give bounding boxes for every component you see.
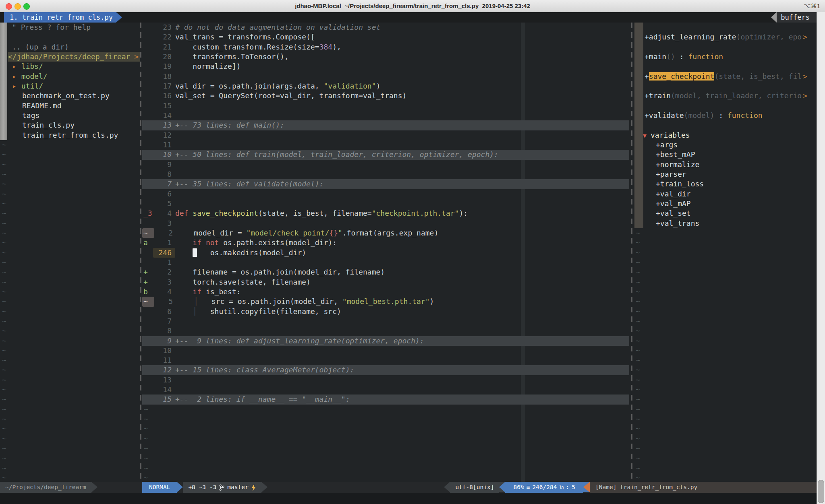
vim-tab-bar: 1. train_retr_from_cls.py buffers: [0, 12, 825, 23]
empty-line-marker: ~: [0, 228, 140, 238]
encoding-indicator: utf-8[unix]: [450, 482, 499, 493]
right-scrollbar-thumb[interactable]: [818, 480, 824, 503]
nerdtree-help-line: " Press ? for help: [0, 23, 140, 32]
empty-line-marker: ~: [142, 453, 632, 463]
empty-line-marker: ~: [142, 444, 632, 453]
code-line: 15: [142, 101, 632, 111]
code-line[interactable]: 246 os.makedirs(model_dir): [142, 248, 632, 258]
empty-line-marker: ~: [633, 365, 817, 375]
powerline-arrow-icon: [499, 482, 505, 492]
empty-line-marker: ~: [0, 453, 140, 463]
line-number: 15: [153, 395, 175, 404]
folded-region[interactable]: 15+-- 2 lines: if __name__ == "__main__"…: [142, 395, 629, 404]
tagbar-variable-val_dir[interactable]: +val_dir: [633, 189, 817, 199]
folded-region[interactable]: 9+-- 9 lines: def adjust_learning_rate(o…: [142, 336, 629, 346]
empty-line-marker: ~: [0, 277, 140, 287]
nerdtree-dir-model[interactable]: ▸model/: [0, 72, 140, 81]
folded-region[interactable]: 7+-- 35 lines: def validate(model):: [142, 179, 629, 189]
position-segment: 86% ≡ 246/284ln : 5: [505, 482, 583, 493]
git-branch-icon: [219, 484, 224, 491]
nerdtree-file-benchmark_on_test-py[interactable]: benchmark_on_test.py: [0, 91, 140, 101]
nerdtree-file-tags[interactable]: tags: [0, 111, 140, 120]
empty-line-marker: ~: [0, 160, 140, 169]
code-line: 11: [142, 140, 632, 150]
gutter-sign: a: [142, 238, 153, 248]
tagbar-statusline: [Name] train_retr_from_cls.py: [590, 482, 817, 493]
nerdtree-root-path[interactable]: </jdhao/Projects/deep_firear>: [8, 52, 140, 62]
tagbar-variable-normalize[interactable]: +normalize: [633, 160, 817, 169]
empty-line-marker: ~: [633, 444, 817, 453]
line-number: 11: [153, 140, 175, 150]
empty-line-marker: ~: [0, 169, 140, 179]
empty-line-marker: ~: [0, 287, 140, 297]
empty-line-marker: ~: [633, 248, 817, 258]
code-line: +3 torch.save(state, filename): [142, 277, 632, 287]
empty-line-marker: ~: [0, 267, 140, 277]
code-line: 16val_set = QuerySet(root=val_dir, trans…: [142, 91, 632, 101]
tagbar-section-variables[interactable]: ▼variables: [633, 130, 817, 140]
line-number: 8: [153, 169, 175, 179]
powerline-arrow-icon: [91, 482, 97, 492]
tagbar-tag-validate[interactable]: +validate(model) : function: [633, 111, 817, 120]
nerdtree-file-train_cls-py[interactable]: train_cls.py: [0, 120, 140, 130]
folded-region[interactable]: 13+-- 73 lines: def main():: [142, 120, 629, 130]
tagbar-tag-adjust_learning_rate[interactable]: +adjust_learning_rate(optimizer, epo>: [633, 32, 817, 42]
lightning-icon: [251, 484, 256, 491]
tab-train-retr-from-cls[interactable]: 1. train_retr_from_cls.py: [4, 12, 116, 23]
truncation-marker: >: [803, 91, 807, 101]
line-number: 3: [153, 277, 175, 287]
line-number: 19: [153, 62, 175, 71]
empty-line-marker: ~: [633, 473, 817, 482]
empty-line-marker: ~: [0, 199, 140, 209]
empty-line-marker: ~: [0, 405, 140, 414]
gutter-sign: +: [142, 277, 153, 287]
nerdtree-file-README-md[interactable]: README.md: [0, 101, 140, 111]
status-bar: ~/Projects/deep_firearm NORMAL +8 ~3 -3 …: [0, 482, 825, 493]
empty-line-marker: ~: [0, 355, 140, 365]
line-number: 14: [153, 111, 175, 120]
gutter-sign: b: [142, 287, 153, 297]
line-number: 6: [153, 307, 175, 316]
buffers-label[interactable]: buffers: [777, 12, 817, 23]
empty-line-marker: ~: [0, 179, 140, 189]
tagbar-variable-val_trans[interactable]: +val_trans: [633, 219, 817, 228]
empty-line-marker: ~: [0, 414, 140, 424]
folded-region[interactable]: 12+-- 15 lines: class AverageMeter(objec…: [142, 365, 629, 375]
line-number: 23: [153, 23, 175, 32]
command-line[interactable]: [0, 493, 825, 504]
tagbar-variable-args[interactable]: +args: [633, 140, 817, 150]
empty-line-marker: ~: [0, 473, 140, 482]
tagbar-panel: +adjust_learning_rate(optimizer, epo>+ma…: [633, 23, 817, 482]
empty-line-marker: ~: [0, 248, 140, 258]
gutter-sign: ~: [142, 228, 154, 238]
empty-line-marker: ~: [0, 336, 140, 346]
tagbar-variable-parser[interactable]: +parser: [633, 169, 817, 179]
line-number: 9: [153, 336, 175, 346]
folded-region[interactable]: 10+-- 50 lines: def train(model, train_l…: [142, 150, 629, 159]
tagbar-tag-save_checkpoint[interactable]: +save_checkpoint(state, is_best, fil>: [633, 72, 817, 81]
nerdtree-dir-util[interactable]: ▸util/: [0, 81, 140, 91]
nerdtree-up-dir[interactable]: .. (up a dir): [0, 42, 140, 52]
line-number: 1: [153, 258, 175, 267]
code-line: 18: [142, 72, 632, 81]
right-scrollbar[interactable]: [817, 12, 825, 504]
tagbar-variable-val_mAP[interactable]: +val_mAP: [633, 199, 817, 209]
code-line: 3: [142, 219, 632, 228]
git-hunk-stats: +8 ~3 -3: [188, 482, 216, 493]
line-number: 13: [153, 375, 175, 385]
nerdtree-file-train_retr_from_cls-py[interactable]: train_retr_from_cls.py: [0, 130, 140, 140]
tagbar-tag-train[interactable]: +train(model, train_loader, criterio>: [633, 91, 817, 101]
tagbar-variable-train_loss[interactable]: +train_loss: [633, 179, 817, 189]
code-editor[interactable]: 23# do not do data augmentation on valid…: [142, 23, 632, 482]
line-number: 9: [153, 160, 175, 169]
maxline-icon: ln: [559, 482, 563, 493]
tagbar-variable-best_mAP[interactable]: +best_mAP: [633, 150, 817, 159]
tagbar-tag-main[interactable]: +main() : function: [633, 52, 817, 62]
window-separator-left[interactable]: [140, 23, 141, 482]
nerdtree-dir-libs[interactable]: ▸libs/: [0, 62, 140, 71]
tagbar-variable-val_set[interactable]: +val_set: [633, 209, 817, 218]
window-title: jdhao-MBP.local ~/Projects/deep_firearm/…: [0, 0, 825, 12]
empty-line-marker: ~: [0, 326, 140, 336]
empty-line-marker: ~: [633, 405, 817, 414]
line-number: 18: [153, 72, 175, 81]
